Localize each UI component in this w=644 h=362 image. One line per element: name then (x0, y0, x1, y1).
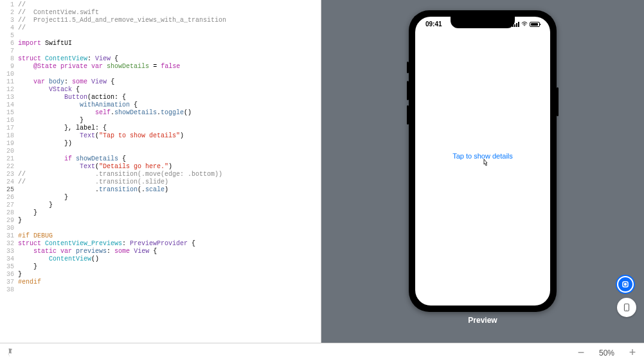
line-number: 28 (0, 209, 14, 217)
code-line[interactable]: #endif (18, 279, 321, 286)
line-number: 33 (0, 248, 14, 255)
live-preview-button[interactable] (617, 276, 634, 293)
code-line[interactable]: // Project11.5_Add_and_remove_views_with… (18, 17, 321, 24)
pointer-cursor-icon (481, 159, 490, 170)
code-line[interactable]: } (18, 217, 321, 225)
code-line[interactable]: Button(action: { (18, 94, 321, 101)
line-number: 34 (0, 255, 14, 263)
bottom-bar: − 50% + (0, 343, 644, 362)
line-number: 30 (0, 225, 14, 232)
device-frame: 09:41 Tap to show details (409, 10, 557, 312)
code-line[interactable]: @State private var showDetails = false (18, 63, 321, 71)
code-line[interactable]: // ContentView.swift (18, 9, 321, 17)
preview-controls (617, 276, 636, 317)
code-line[interactable]: // (18, 1, 321, 9)
line-number: 6 (0, 40, 14, 47)
line-number: 14 (0, 101, 14, 109)
pin-icon[interactable] (4, 346, 17, 360)
line-number-gutter: 1234567891011121314151617181920212223242… (0, 0, 18, 343)
code-line[interactable]: }) (18, 140, 321, 148)
line-number: 27 (0, 202, 14, 209)
code-line[interactable]: static var previews: some View { (18, 248, 321, 255)
code-line[interactable]: var body: some View { (18, 78, 321, 86)
line-number: 9 (0, 63, 14, 71)
line-number: 36 (0, 271, 14, 279)
line-number: 31 (0, 232, 14, 240)
code-line[interactable]: if showDetails { (18, 155, 321, 163)
zoom-control: − 50% + (576, 346, 638, 359)
code-line[interactable]: Text("Details go here.") (18, 163, 321, 171)
device-settings-button[interactable] (617, 298, 636, 317)
line-number: 37 (0, 279, 14, 286)
line-number: 3 (0, 17, 14, 24)
code-line[interactable]: } (18, 202, 321, 209)
code-area[interactable]: //// ContentView.swift// Project11.5_Add… (18, 0, 321, 343)
code-line[interactable]: } (18, 117, 321, 125)
app-content: Tap to show details (415, 17, 550, 306)
code-line[interactable]: #if DEBUG (18, 232, 321, 240)
code-editor[interactable]: 1234567891011121314151617181920212223242… (0, 0, 321, 343)
preview-pane: 09:41 Tap to show details (321, 0, 644, 343)
code-line[interactable]: withAnimation { (18, 101, 321, 109)
line-number: 7 (0, 47, 14, 55)
code-line[interactable]: .transition(.scale) (18, 186, 321, 194)
line-number: 24 (0, 178, 14, 186)
code-line[interactable] (18, 225, 321, 232)
code-line[interactable]: // (18, 24, 321, 32)
code-line[interactable]: }, label: { (18, 125, 321, 132)
line-number: 26 (0, 194, 14, 202)
line-number: 19 (0, 140, 14, 148)
code-line[interactable]: struct ContentView_Previews: PreviewProv… (18, 240, 321, 248)
code-line[interactable]: struct ContentView: View { (18, 55, 321, 63)
code-line[interactable]: self.showDetails.toggle() (18, 109, 321, 117)
code-line[interactable]: // .transition(.move(edge: .bottom)) (18, 171, 321, 178)
line-number: 17 (0, 125, 14, 132)
code-line[interactable]: ContentView() (18, 255, 321, 263)
line-number: 11 (0, 78, 14, 86)
line-number: 20 (0, 148, 14, 155)
code-line[interactable]: VStack { (18, 86, 321, 94)
code-line[interactable]: } (18, 271, 321, 279)
line-number: 13 (0, 94, 14, 101)
line-number: 18 (0, 132, 14, 140)
line-number: 29 (0, 217, 14, 225)
line-number: 23 (0, 171, 14, 178)
code-line[interactable] (18, 71, 321, 78)
zoom-in-button[interactable]: + (627, 346, 638, 359)
line-number: 15 (0, 109, 14, 117)
line-number: 38 (0, 286, 14, 294)
code-line[interactable] (18, 47, 321, 55)
zoom-out-button[interactable]: − (576, 346, 586, 359)
code-line[interactable]: import SwiftUI (18, 40, 321, 47)
preview-label: Preview (468, 316, 497, 325)
line-number: 10 (0, 71, 14, 78)
code-line[interactable]: } (18, 209, 321, 217)
code-line[interactable]: // .transition(.slide) (18, 178, 321, 186)
line-number: 16 (0, 117, 14, 125)
code-line[interactable]: Text("Tap to show details") (18, 132, 321, 140)
zoom-value: 50% (599, 349, 614, 358)
line-number: 22 (0, 163, 14, 171)
line-number: 8 (0, 55, 14, 63)
line-number: 21 (0, 155, 14, 163)
device-side-button (557, 87, 559, 116)
code-line[interactable] (18, 286, 321, 294)
code-line[interactable]: } (18, 194, 321, 202)
device-screen: 09:41 Tap to show details (415, 17, 550, 306)
device-side-button (407, 62, 409, 73)
line-number: 32 (0, 240, 14, 248)
line-number: 25 (0, 186, 14, 194)
code-line[interactable] (18, 148, 321, 155)
line-number: 12 (0, 86, 14, 94)
device-side-button (407, 105, 409, 125)
code-line[interactable] (18, 32, 321, 40)
code-line[interactable]: } (18, 263, 321, 271)
line-number: 1 (0, 1, 14, 9)
line-number: 5 (0, 32, 14, 40)
svg-point-3 (626, 309, 627, 310)
svg-rect-1 (624, 283, 627, 286)
device-side-button (407, 81, 409, 100)
line-number: 2 (0, 9, 14, 17)
line-number: 4 (0, 24, 14, 32)
line-number: 35 (0, 263, 14, 271)
